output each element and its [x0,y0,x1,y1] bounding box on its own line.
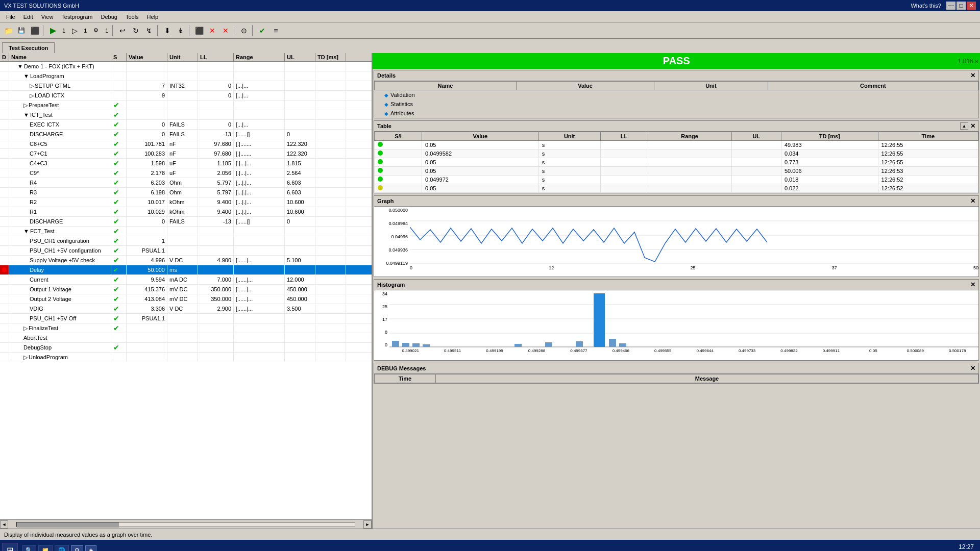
table-row[interactable]: R2 ✔ 10.017 kOhm 9.400 [...|.|... 10.600 [0,197,372,207]
horizontal-scrollbar[interactable]: ◄ ► [0,519,372,529]
tb-down-button[interactable]: ⬇ [161,24,174,37]
taskbar-file-explorer[interactable]: 📁 [38,545,53,552]
table-row[interactable]: DISCHARGE ✔ 0 FAILS -13 [......|] 0 [0,217,372,227]
cell-range [234,236,285,245]
table-row[interactable]: C4+C3 ✔ 1.598 uF 1.185 [.|...|... 1.815 [0,159,372,168]
start-button[interactable]: ⊞ [2,543,18,552]
minimize-button[interactable]: — [946,2,955,10]
scroll-right-button[interactable]: ► [363,520,372,529]
table-row[interactable]: PSU_CH1 +5V Off ✔ PSUA1.1 [0,314,372,323]
table-row[interactable]: C8+C5 ✔ 101.781 nF 97.680 [.|....... 122… [0,139,372,149]
table-scroll-up-button[interactable]: ▲ [960,122,968,130]
taskbar-chrome[interactable]: 🌐 [55,545,69,552]
whatsthis-button[interactable]: What's this? [906,3,945,9]
histogram-close-button[interactable]: ✕ [970,281,975,288]
taskbar-search[interactable]: 🔍 [22,545,36,552]
tb-cancel2-button[interactable]: ✕ [219,24,232,37]
table-row[interactable]: DebugStop ✔ [0,343,372,353]
tb-save-button[interactable]: 💾 [15,24,28,37]
menu-edit[interactable]: Edit [19,13,37,21]
details-close-button[interactable]: ✕ [970,72,975,79]
close-button[interactable]: ✕ [967,2,976,10]
tb-stop-button[interactable]: ⬛ [29,24,41,37]
table-row[interactable]: AbortTest [0,333,372,343]
tb-open-button[interactable]: 📁 [2,24,14,37]
cell-range: [......|... [234,275,285,284]
list-item[interactable]: 0.05 s 0.022 12:26:52 [375,184,978,193]
taskbar-app1[interactable]: ⚙ [71,545,83,552]
table-row[interactable]: R4 ✔ 6.203 Ohm 5.797 [...|.|... 6.603 [0,178,372,188]
table-row[interactable]: R1 ✔ 10.029 kOhm 9.400 [...|.|... 10.600 [0,207,372,217]
menu-help[interactable]: Help [143,13,163,21]
table-row[interactable]: C7+C1 ✔ 100.283 nF 97.680 [.|....... 122… [0,149,372,159]
graph-close-button[interactable]: ✕ [970,197,975,205]
list-item[interactable]: 0.05 s 49.983 12:26:55 [375,141,978,149]
details-row-attributes[interactable]: ◆ Attributes [374,109,978,118]
taskbar-app2[interactable]: ◈ [85,545,96,552]
table-row[interactable]: Current ✔ 9.594 mA DC 7.000 [......|... … [0,275,372,285]
tb-check-button[interactable]: ✔ [256,24,268,37]
graph-panel: Graph ✕ 0.050008 0.049984 0.04996 0.0499… [374,195,979,277]
menu-file[interactable]: File [2,13,19,21]
table-row[interactable]: ▷ PrepareTest ✔ [0,101,372,110]
table-row[interactable]: ▷ LOAD ICTX 9 0 [...|... [0,91,372,101]
tb-play-button[interactable]: ▶ [47,24,59,37]
list-item[interactable]: 0.05 s 50.006 12:26:53 [375,167,978,176]
list-item[interactable]: 0.0499582 s 0.034 12:26:55 [375,149,978,158]
details-row-validation[interactable]: ◆ Validation [374,90,978,99]
menu-view[interactable]: View [37,13,58,21]
menu-tools[interactable]: Tools [121,13,143,21]
cell-ll: 7.000 [198,275,234,284]
cell-unit: V DC [167,304,198,313]
maximize-button[interactable]: □ [957,2,966,10]
cell-td [315,246,346,255]
table-row[interactable]: ▼ FCT_Test ✔ [0,227,372,236]
tb-cancel-button[interactable]: ✕ [206,24,218,37]
cell-name: PSU_CH1 configuration [9,236,111,245]
scroll-track[interactable] [16,522,355,527]
scroll-thumb[interactable] [17,522,119,528]
table-row[interactable]: Supply Voltage +5V check ✔ 4.996 V DC 4.… [0,256,372,265]
table-row[interactable]: R3 ✔ 6.198 Ohm 5.797 [...|.|... 6.603 [0,188,372,197]
tb-menu-button[interactable]: ≡ [270,24,282,37]
table-row-delay[interactable]: Delay ✔ 50.000 ms [0,265,372,275]
col-d: D [0,53,9,61]
table-row[interactable]: ▼ ICT_Test ✔ [0,110,372,120]
tb-stop2-button[interactable]: ⬛ [193,24,205,37]
cell-range [234,333,285,342]
list-item[interactable]: 0.05 s 0.773 12:26:55 [375,158,978,167]
table-row[interactable]: DISCHARGE ✔ 0 FAILS -13 [......|] 0 [0,130,372,139]
table-row[interactable]: ▼ Demo 1 - FOX (ICTx + FKT) [0,62,372,71]
table-row[interactable]: EXEC ICTX ✔ 0 FAILS 0 [...|... [0,120,372,130]
table-row[interactable]: C9* ✔ 2.178 uF 2.056 [.|...|... 2.564 [0,168,372,178]
tb-circle-button[interactable]: ⊙ [238,24,250,37]
cell-ul: 450.000 [285,285,315,294]
details-row-statistics[interactable]: ◆ Statistics [374,99,978,109]
table-row[interactable]: VDIG ✔ 3.306 V DC 2.900 [......|... 3.50… [0,304,372,314]
table-row[interactable]: Output 2 Voltage ✔ 413.084 mV DC 350.000… [0,294,372,304]
tb-undo-button[interactable]: ↩ [116,24,129,37]
tb-config-button[interactable]: ⚙ [90,24,102,37]
table-row[interactable]: Output 1 Voltage ✔ 415.376 mV DC 350.000… [0,285,372,294]
tab-test-execution[interactable]: Test Execution [2,42,55,53]
table-row[interactable]: ▷ SETUP GTML 7 INT32 0 [...|... [0,81,372,91]
tb-reset-button[interactable]: ↯ [143,24,155,37]
menu-debug[interactable]: Debug [97,13,121,21]
list-item[interactable]: 0.049972 s 0.018 12:26:52 [375,176,978,184]
table-row[interactable]: ▼ LoadProgram [0,71,372,81]
expand-icon[interactable]: ▼ [17,63,23,69]
cell-range [234,323,285,333]
table-close-button[interactable]: ✕ [970,122,975,130]
details-col-unit: Unit [654,82,768,90]
tb-redo-button[interactable]: ↻ [130,24,142,37]
table-row[interactable]: ▷ FinalizeTest ✔ [0,323,372,333]
table-row[interactable]: PSU_CH1 configuration ✔ 1 [0,236,372,246]
cell-value [127,227,167,236]
tb-step-button[interactable]: ▷ [68,24,81,37]
table-row[interactable]: PSU_CH1 +5V configuration ✔ PSUA1.1 [0,246,372,256]
scroll-left-button[interactable]: ◄ [0,520,8,529]
debug-close-button[interactable]: ✕ [970,365,975,372]
tb-down2-button[interactable]: ↡ [175,24,187,37]
table-row[interactable]: ▷ UnloadProgram [0,353,372,362]
menu-testprogram[interactable]: Testprogram [57,13,96,21]
